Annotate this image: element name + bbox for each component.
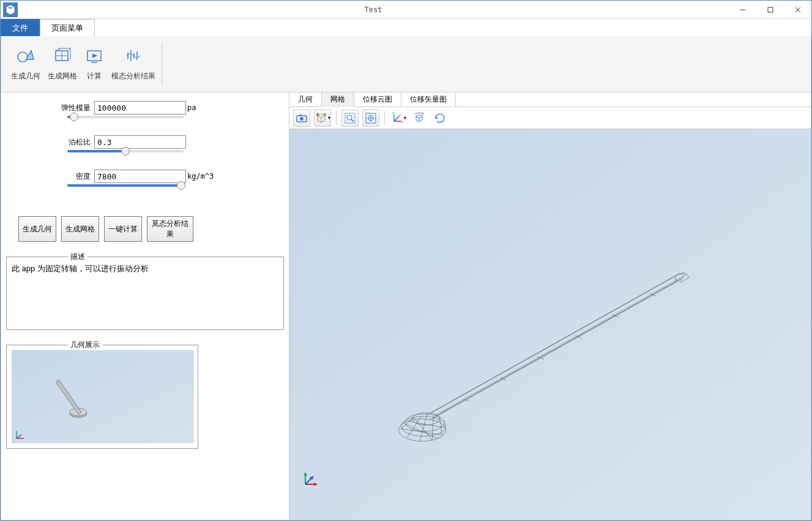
svg-rect-23 [316, 113, 319, 116]
rotate-cube-icon [412, 111, 426, 125]
svg-text:y: y [399, 113, 401, 117]
ribbon-compute-label: 计算 [87, 71, 102, 81]
density-slider[interactable] [67, 184, 184, 187]
ribbon-modal-results-label: 模态分析结果 [111, 71, 155, 81]
svg-line-41 [420, 414, 427, 441]
elastic-modulus-label: 弹性模量 [61, 103, 91, 113]
toolbar-separator [384, 111, 385, 126]
svg-point-21 [300, 117, 304, 121]
axis-orient-button[interactable]: zxy ▾ [390, 110, 407, 127]
window-title: Test [18, 6, 729, 14]
svg-line-48 [427, 276, 676, 415]
svg-line-33 [394, 116, 399, 121]
close-icon [794, 6, 802, 13]
render-mode-button[interactable]: ▾ [314, 110, 331, 127]
maximize-icon [767, 6, 774, 13]
one-click-calc-button[interactable]: 一键计算 [104, 216, 142, 242]
minimize-button[interactable] [729, 1, 756, 19]
svg-rect-1 [768, 7, 773, 12]
menu-tabs: 文件 页面菜单 [1, 19, 811, 36]
ribbon-gen-mesh-label: 生成网格 [48, 71, 77, 81]
description-fieldset: 描述 此 app 为固定转轴，可以进行振动分析 [6, 257, 284, 330]
svg-line-51 [436, 276, 684, 415]
snapshot-button[interactable] [293, 110, 310, 127]
svg-text:x: x [401, 120, 403, 124]
description-legend: 描述 [68, 252, 88, 262]
svg-rect-16 [56, 380, 81, 414]
ribbon-gen-geometry-label: 生成几何 [11, 71, 40, 81]
ribbon-compute[interactable]: 计算 [81, 39, 108, 89]
elastic-modulus-input[interactable] [94, 101, 186, 114]
app-icon [3, 2, 18, 17]
mesh-model [289, 129, 811, 520]
ribbon-gen-geometry[interactable]: 生成几何 [7, 39, 44, 89]
svg-line-52 [430, 281, 678, 420]
reset-icon [433, 111, 447, 125]
preview-legend: 几何展示 [68, 340, 102, 350]
svg-line-45 [405, 424, 439, 438]
camera-icon [296, 112, 308, 124]
description-text: 此 app 为固定转轴，可以进行振动分析 [7, 257, 283, 329]
tab-file[interactable]: 文件 [1, 19, 40, 36]
svg-rect-24 [324, 113, 326, 116]
svg-line-19 [17, 435, 21, 438]
ribbon-modal-results[interactable]: 模态分析结果 [108, 39, 159, 89]
left-panel: 弹性模量 pa 泊松比 [1, 92, 289, 520]
gen-mesh-button[interactable]: 生成网格 [61, 216, 99, 242]
elastic-modulus-unit: pa [187, 103, 196, 112]
compute-icon [84, 47, 104, 66]
gen-geometry-button[interactable]: 生成几何 [18, 216, 56, 242]
svg-point-4 [18, 52, 28, 62]
geometry-icon [16, 47, 35, 66]
svg-line-50 [431, 274, 679, 413]
ribbon-gen-mesh[interactable]: 生成网格 [44, 39, 81, 89]
svg-point-36 [401, 416, 446, 436]
svg-line-27 [351, 119, 354, 122]
svg-point-26 [347, 115, 352, 120]
tab-page-menu[interactable]: 页面菜单 [40, 19, 95, 36]
right-panel: 几何 网格 位移云图 位移矢量图 ▾ [289, 92, 811, 520]
maximize-button[interactable] [756, 1, 784, 19]
preview-axis-icon [14, 430, 25, 441]
ribbon-separator [162, 42, 162, 86]
geometry-preview[interactable] [12, 350, 194, 443]
axis-icon: zxy [390, 111, 404, 125]
tab-displacement-cloud[interactable]: 位移云图 [354, 92, 401, 107]
rotate-view-button[interactable] [411, 110, 428, 127]
preview-fieldset: 几何展示 [6, 345, 198, 449]
ribbon: 生成几何 生成网格 计算 模态分析结果 [1, 36, 811, 92]
geometry-preview-model [42, 360, 164, 433]
svg-line-60 [680, 276, 684, 281]
tab-geometry[interactable]: 几何 [289, 92, 322, 107]
reset-view-button[interactable] [431, 110, 449, 127]
svg-line-49 [433, 279, 682, 418]
zoom-box-button[interactable] [341, 110, 359, 127]
zoom-extents-button[interactable] [362, 110, 379, 127]
viewport[interactable] [289, 129, 811, 520]
svg-text:z: z [392, 111, 394, 114]
tab-displacement-vector[interactable]: 位移矢量图 [401, 92, 456, 107]
density-unit: kg/m^3 [187, 172, 214, 181]
elastic-modulus-slider[interactable] [67, 116, 184, 118]
minimize-icon [739, 6, 747, 13]
density-label: 密度 [76, 171, 91, 182]
zoom-extents-icon [365, 112, 377, 124]
poisson-slider[interactable] [67, 150, 184, 152]
modal-results-button[interactable]: 莫态分析结果 [147, 216, 193, 242]
poisson-label: 泊松比 [69, 137, 91, 148]
toolbar-separator [336, 111, 337, 126]
zoom-box-icon [344, 112, 356, 124]
view-tabs: 几何 网格 位移云图 位移矢量图 [289, 92, 811, 107]
svg-point-35 [399, 419, 446, 441]
mesh-icon [53, 47, 72, 66]
poisson-input[interactable] [94, 135, 186, 149]
svg-rect-22 [299, 114, 302, 116]
titlebar: Test [1, 1, 811, 19]
density-input[interactable] [94, 170, 186, 183]
viewport-axis-gizmo [300, 470, 320, 489]
tab-mesh[interactable]: 网格 [322, 92, 354, 107]
view-toolbar: ▾ zxy ▾ [289, 107, 811, 129]
cube-color-icon [315, 112, 327, 124]
close-button[interactable] [784, 1, 811, 19]
modal-results-icon [124, 47, 143, 66]
